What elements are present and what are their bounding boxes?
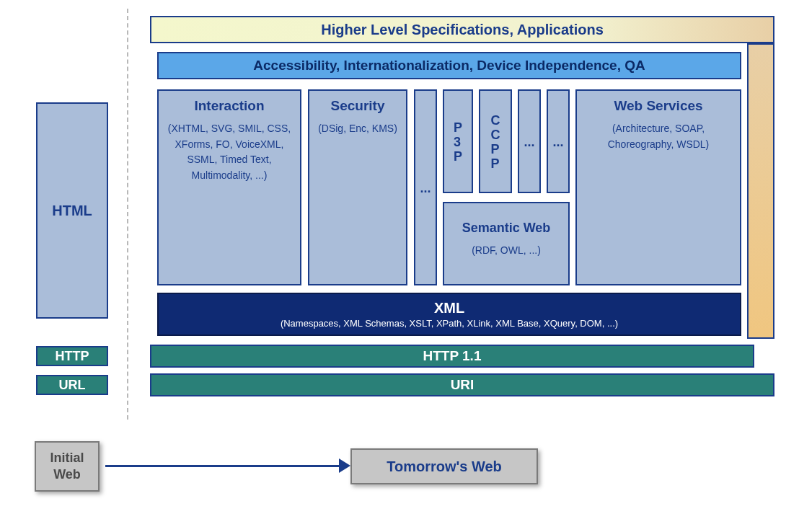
p3p-box: P3P (443, 89, 473, 193)
ellipsis-box-1: ... (414, 89, 437, 285)
diagram-canvas: HTML HTTP URL Higher Level Specification… (9, 9, 790, 523)
http11-bar: HTTP 1.1 (150, 345, 754, 368)
tomorrows-web-box: Tomorrow's Web (350, 448, 538, 484)
url-box-small: URL (36, 375, 108, 395)
security-title: Security (315, 98, 400, 114)
ellipsis-box-2: ... (518, 89, 541, 193)
ellipsis-box-3: ... (547, 89, 570, 193)
security-box: Security (DSig, Enc, KMS) (308, 89, 407, 285)
xml-bar: XML (Namespaces, XML Schemas, XSLT, XPat… (157, 293, 741, 336)
ccpp-box: CCPP (479, 89, 512, 193)
semantic-web-title: Semantic Web (450, 221, 562, 236)
http-box-small: HTTP (36, 346, 108, 366)
web-services-box: Web Services (Architecture, SOAP, Choreo… (575, 89, 741, 285)
p3p-label: P3P (454, 121, 462, 163)
higher-level-bar: Higher Level Specifications, Application… (150, 16, 774, 43)
right-orange-strip (747, 43, 774, 339)
xml-sub: (Namespaces, XML Schemas, XSLT, XPath, X… (281, 318, 618, 329)
accessibility-bar: Accessibility, Internationalization, Dev… (157, 52, 741, 79)
ccpp-label: CCPP (491, 114, 500, 170)
interaction-title: Interaction (164, 98, 294, 114)
arrow-head-icon (339, 458, 350, 473)
semantic-web-sub: (RDF, OWL, ...) (450, 243, 562, 259)
dashed-divider (127, 9, 128, 420)
interaction-sub: (XHTML, SVG, SMIL, CSS, XForms, FO, Voic… (164, 121, 294, 184)
html-box: HTML (36, 102, 108, 319)
initial-web-box: Initial Web (35, 441, 100, 492)
semantic-web-box: Semantic Web (RDF, OWL, ...) (443, 202, 570, 285)
web-services-sub: (Architecture, SOAP, Choreography, WSDL) (583, 121, 734, 152)
arrow-line (105, 465, 343, 467)
interaction-box: Interaction (XHTML, SVG, SMIL, CSS, XFor… (157, 89, 301, 285)
xml-title: XML (434, 300, 464, 316)
web-services-title: Web Services (583, 98, 734, 114)
uri-bar: URI (150, 373, 774, 396)
security-sub: (DSig, Enc, KMS) (315, 121, 400, 137)
